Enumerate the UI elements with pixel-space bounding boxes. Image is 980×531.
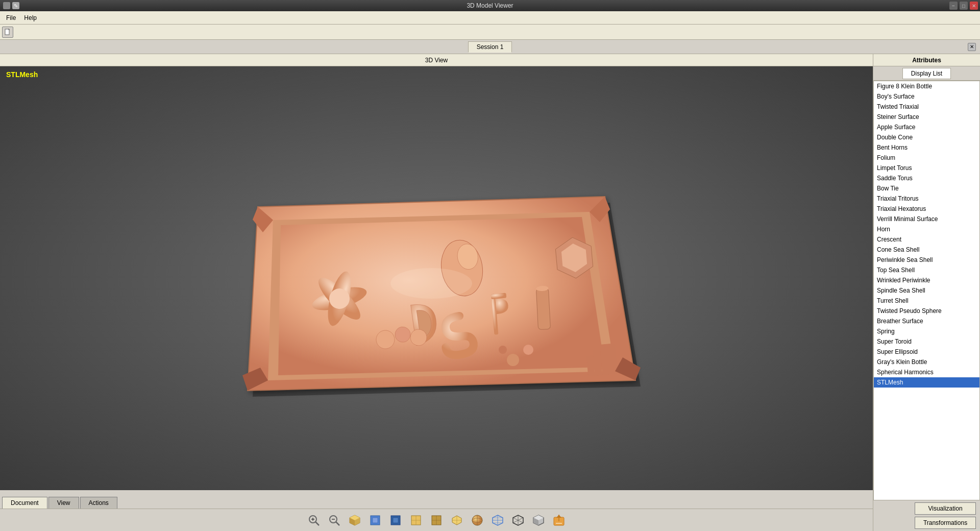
list-item[interactable]: Turret Shell <box>874 296 979 306</box>
view-left-button[interactable] <box>407 511 425 529</box>
list-item[interactable]: Top Sea Shell <box>874 265 979 275</box>
list-item[interactable]: Gray's Klein Bottle <box>874 357 979 367</box>
new-document-button[interactable] <box>2 27 13 38</box>
list-item[interactable]: Periwinkle Sea Shell <box>874 255 979 265</box>
list-item[interactable]: Double Cone <box>874 132 979 142</box>
list-item[interactable]: Apple Surface <box>874 122 979 132</box>
svg-line-34 <box>315 522 319 525</box>
svg-point-22 <box>507 354 519 366</box>
list-item[interactable]: Cone Sea Shell <box>874 245 979 255</box>
view-solid-button[interactable] <box>529 511 548 529</box>
view-isometric-button[interactable] <box>346 511 364 529</box>
tab-document[interactable]: Document <box>2 497 47 509</box>
3d-mesh-object <box>217 156 656 411</box>
list-item[interactable]: Verrill Minimal Surface <box>874 214 979 224</box>
svg-rect-20 <box>536 288 550 329</box>
tab-actions[interactable]: Actions <box>80 497 117 509</box>
list-item[interactable]: Triaxial Hexatorus <box>874 204 979 214</box>
svg-rect-45 <box>373 518 378 523</box>
zoom-region-button[interactable] <box>325 511 344 529</box>
tab-view[interactable]: View <box>48 497 79 509</box>
list-item[interactable]: Bent Horns <box>874 142 979 153</box>
list-item[interactable]: Spindle Sea Shell <box>874 285 979 296</box>
panel-bottom-buttons: Visualization Transformations <box>873 500 980 531</box>
session-bar: Session 1 ✕ <box>0 40 980 54</box>
window-controls[interactable]: − □ ✕ <box>949 2 978 10</box>
attributes-panel: Attributes Display List Figure 8 Klein B… <box>873 54 980 531</box>
list-item[interactable]: Super Toroid <box>874 336 979 347</box>
visualization-button[interactable]: Visualization <box>915 502 976 515</box>
view-wireframe-button[interactable] <box>509 511 527 529</box>
list-item[interactable]: Bow Tie <box>874 183 979 194</box>
svg-line-38 <box>336 522 339 525</box>
list-item[interactable]: Wrinkled Periwinkle <box>874 275 979 285</box>
pin-icon: ✎ <box>12 2 19 9</box>
transformations-button[interactable]: Transformations <box>915 517 976 529</box>
svg-rect-0 <box>5 29 9 35</box>
app-icon <box>3 2 10 9</box>
view-grid-button[interactable] <box>488 511 507 529</box>
svg-point-24 <box>499 346 507 354</box>
list-item[interactable]: Spherical Harmonics <box>874 367 979 377</box>
view-header: 3D View <box>0 54 873 66</box>
list-item[interactable]: Folium <box>874 153 979 163</box>
export-button[interactable] <box>550 511 568 529</box>
minimize-button[interactable]: − <box>949 2 958 10</box>
item-list[interactable]: Figure 8 Klein BottleBoy's SurfaceTwiste… <box>873 81 980 500</box>
app-icons: ✎ <box>3 2 19 9</box>
list-item[interactable]: Twisted Triaxial <box>874 102 979 112</box>
viewport[interactable]: STLMesh <box>0 66 873 490</box>
list-item[interactable]: Horn <box>874 224 979 234</box>
list-item[interactable]: Super Ellipsoid <box>874 347 979 357</box>
svg-rect-47 <box>393 518 398 523</box>
main-layout: 3D View STLMesh <box>0 54 980 531</box>
session-close-button[interactable]: ✕ <box>968 43 976 51</box>
session-tab[interactable]: Session 1 <box>468 41 512 53</box>
svg-point-32 <box>390 268 472 299</box>
app-title: 3D Model Viewer <box>467 2 513 9</box>
list-item[interactable]: Figure 8 Klein Bottle <box>874 81 979 91</box>
view-back-button[interactable] <box>386 511 405 529</box>
view-right-button[interactable] <box>427 511 446 529</box>
menu-bar: File Help <box>0 11 980 25</box>
menu-file[interactable]: File <box>2 13 20 22</box>
zoom-fit-button[interactable] <box>305 511 323 529</box>
view-sphere-button[interactable] <box>468 511 486 529</box>
mesh-label: STLMesh <box>6 70 38 79</box>
maximize-button[interactable]: □ <box>960 2 968 10</box>
display-list-tab-bar: Display List <box>873 66 980 81</box>
list-item[interactable]: Boy's Surface <box>874 91 979 102</box>
view-front-button[interactable] <box>366 511 384 529</box>
list-item[interactable]: Breather Surface <box>874 316 979 326</box>
list-item[interactable]: Triaxial Tritorus <box>874 194 979 204</box>
close-button[interactable]: ✕ <box>970 2 978 10</box>
menu-help[interactable]: Help <box>20 13 41 22</box>
list-item[interactable]: STLMesh <box>874 377 979 388</box>
list-item[interactable]: Steiner Surface <box>874 112 979 122</box>
list-item[interactable]: Saddle Torus <box>874 173 979 183</box>
view-area: 3D View STLMesh <box>0 54 873 531</box>
svg-point-23 <box>523 345 533 355</box>
attributes-header: Attributes <box>873 54 980 66</box>
title-bar: ✎ 3D Model Viewer − □ ✕ <box>0 0 980 11</box>
toolbar <box>0 25 980 40</box>
display-list-tab-button[interactable]: Display List <box>902 68 951 79</box>
list-item[interactable]: Twisted Pseudo Sphere <box>874 306 979 316</box>
view-top-button[interactable] <box>448 511 466 529</box>
svg-rect-25 <box>600 343 618 375</box>
list-item[interactable]: Crescent <box>874 234 979 245</box>
bottom-tab-bar: Document View Actions <box>0 490 873 509</box>
icon-toolbar <box>0 509 873 531</box>
list-item[interactable]: Spring <box>874 326 979 336</box>
list-item[interactable]: Limpet Torus <box>874 163 979 173</box>
